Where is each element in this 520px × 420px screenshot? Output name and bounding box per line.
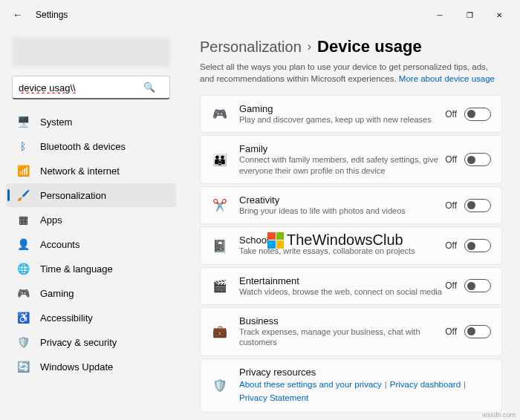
search-input[interactable] (19, 82, 143, 93)
toggle-gaming[interactable] (464, 108, 491, 121)
privacy-link-statement[interactable]: Privacy Statement (239, 393, 308, 402)
gaming-icon: 🎮 (16, 286, 30, 300)
card-desc: Play and discover games, keep up with ne… (239, 114, 445, 125)
search-input-text (19, 81, 143, 94)
nav-item-system[interactable]: 🖥️System (6, 110, 176, 134)
entertainment-icon: 🎬 (211, 277, 229, 295)
time-icon: 🌐 (16, 262, 30, 275)
nav-item-bluetooth[interactable]: ᛒBluetooth & devices (6, 134, 176, 158)
card-desc: Take notes, write essays, collaborate on… (239, 246, 445, 256)
card-desc: Track expenses, manage your business, ch… (239, 327, 445, 348)
privacy-icon: 🛡️ (16, 335, 30, 349)
footer-text: wsxdn.com (482, 411, 516, 419)
business-icon: 💼 (211, 323, 229, 341)
card-desc: Bring your ideas to life with photos and… (239, 206, 445, 216)
usage-card-school: 📓 SchoolTake notes, write essays, collab… (200, 226, 502, 264)
toggle-state: Off (445, 327, 457, 337)
privacy-link-about[interactable]: About these settings and your privacy (239, 380, 382, 389)
nav-label: Gaming (40, 288, 74, 299)
nav-label: Network & internet (40, 165, 120, 177)
card-title: School (239, 234, 445, 246)
more-about-link[interactable]: More about device usage (399, 74, 495, 83)
toggle-school[interactable] (464, 239, 491, 252)
page-title: Device usage (317, 37, 422, 56)
minimize-button[interactable]: ─ (425, 3, 455, 27)
search-icon: 🔍 (143, 82, 155, 93)
nav-label: Privacy & security (40, 337, 117, 348)
chevron-right-icon: › (308, 40, 311, 53)
toggle-state: Off (445, 154, 457, 165)
usage-card-creativity: ✂️ CreativityBring your ideas to life wi… (200, 186, 502, 224)
shield-icon: 🛡️ (211, 376, 229, 394)
usage-card-entertainment: 🎬 EntertainmentWatch videos, browse the … (200, 267, 502, 305)
privacy-resources-card: 🛡️ Privacy resources About these setting… (200, 358, 502, 413)
nav-label: Apps (40, 214, 62, 226)
nav-item-network[interactable]: 📶Network & internet (6, 159, 176, 183)
card-title: Gaming (239, 103, 445, 114)
card-title: Privacy resources (239, 367, 491, 378)
card-title: Family (239, 143, 445, 154)
school-icon: 📓 (211, 237, 229, 255)
breadcrumb: Personalization › Device usage (200, 37, 502, 56)
nav-item-accessibility[interactable]: ♿Accessibility (6, 306, 176, 329)
card-title: Business (239, 315, 445, 327)
back-button[interactable]: ← (6, 3, 30, 27)
nav-item-update[interactable]: 🔄Windows Update (6, 355, 176, 378)
sidebar: 🔍 🖥️System ᛒBluetooth & devices 📶Network… (0, 30, 182, 420)
titlebar: ← Settings ─ ❐ ✕ (0, 0, 520, 30)
nav-item-privacy[interactable]: 🛡️Privacy & security (6, 330, 176, 354)
toggle-business[interactable] (464, 325, 491, 338)
wifi-icon: 📶 (16, 164, 30, 177)
accounts-icon: 👤 (16, 237, 30, 251)
nav-label: Time & language (40, 263, 113, 275)
close-button[interactable]: ✕ (484, 3, 514, 27)
toggle-entertainment[interactable] (464, 279, 491, 292)
gaming-icon: 🎮 (211, 105, 229, 123)
card-title: Entertainment (239, 275, 445, 286)
nav-item-time[interactable]: 🌐Time & language (6, 257, 176, 280)
family-icon: 👪 (211, 151, 229, 168)
window-title: Settings (36, 10, 68, 20)
nav-list: 🖥️System ᛒBluetooth & devices 📶Network &… (6, 110, 176, 378)
nav-label: Accessibility (40, 312, 93, 324)
breadcrumb-parent[interactable]: Personalization (200, 39, 302, 56)
main-content: Personalization › Device usage Select al… (182, 30, 520, 420)
creativity-icon: ✂️ (211, 197, 229, 214)
toggle-state: Off (445, 240, 457, 251)
privacy-link-dashboard[interactable]: Privacy dashboard (390, 380, 461, 389)
update-icon: 🔄 (16, 360, 30, 373)
personalization-icon: 🖌️ (16, 188, 30, 202)
toggle-family[interactable] (464, 153, 491, 166)
usage-card-family: 👪 FamilyConnect with family members, edi… (200, 135, 502, 184)
card-desc: Connect with family members, edit safety… (239, 154, 445, 176)
card-title: Creativity (239, 194, 445, 206)
nav-item-accounts[interactable]: 👤Accounts (6, 232, 176, 256)
toggle-creativity[interactable] (464, 199, 491, 212)
window-controls: ─ ❐ ✕ (425, 3, 514, 27)
nav-item-apps[interactable]: ▦Apps (6, 208, 176, 232)
profile-card[interactable] (12, 37, 170, 67)
usage-card-gaming: 🎮 GamingPlay and discover games, keep up… (200, 95, 502, 133)
toggle-state: Off (445, 109, 457, 119)
accessibility-icon: ♿ (16, 311, 30, 324)
toggle-state: Off (445, 200, 457, 211)
apps-icon: ▦ (16, 213, 30, 226)
page-subtitle: Select all the ways you plan to use your… (200, 61, 502, 85)
nav-label: Bluetooth & devices (40, 141, 126, 152)
nav-label: System (40, 117, 72, 128)
nav-label: Windows Update (40, 361, 113, 373)
nav-label: Accounts (40, 239, 79, 250)
search-box[interactable]: 🔍 (12, 76, 170, 99)
nav-item-gaming[interactable]: 🎮Gaming (6, 281, 176, 305)
system-icon: 🖥️ (16, 115, 30, 128)
bluetooth-icon: ᛒ (16, 140, 30, 153)
nav-label: Personalization (40, 190, 106, 201)
nav-item-personalization[interactable]: 🖌️Personalization (6, 183, 176, 207)
usage-card-business: 💼 BusinessTrack expenses, manage your bu… (200, 307, 502, 356)
maximize-button[interactable]: ❐ (455, 3, 484, 27)
card-desc: Watch videos, browse the web, connect on… (239, 286, 445, 297)
toggle-state: Off (445, 280, 457, 291)
